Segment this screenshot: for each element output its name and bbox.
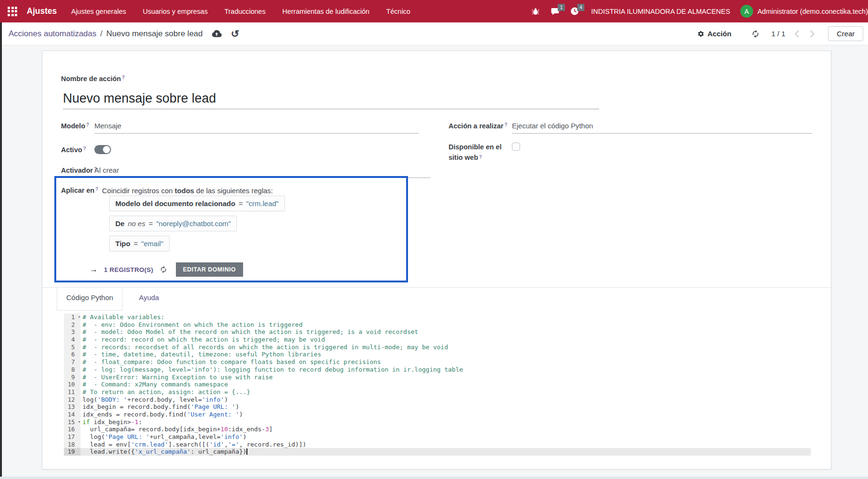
company-switcher[interactable]: INDISTRIA ILUMINADORA DE ALMACENES (591, 8, 730, 15)
code-line-11[interactable]: 11# To return an action, assign: action … (64, 388, 811, 396)
code-line-17[interactable]: 17 log('Page URL: '+url_campaña,level='i… (64, 433, 811, 441)
line-number[interactable]: 17 (64, 433, 81, 441)
line-number[interactable]: 18 (64, 441, 81, 448)
code-text[interactable]: # - float_compare: Odoo function to comp… (81, 358, 811, 366)
code-line-10[interactable]: 10# - Command: x2Many commands namespace (64, 381, 811, 388)
code-line-7[interactable]: 7# - float_compare: Odoo function to com… (64, 358, 811, 366)
code-text[interactable]: if idx_begin>-1: (81, 418, 811, 426)
code-line-3[interactable]: 3# - model: Odoo Model of the record on … (64, 328, 811, 336)
line-number[interactable]: 5 (64, 344, 81, 351)
code-line-6[interactable]: 6# - time, datetime, dateutil, timezone:… (64, 351, 811, 358)
tab-ayuda[interactable]: Ayuda (123, 288, 159, 310)
messages-icon[interactable]: 1 (550, 7, 560, 16)
apps-grid-icon[interactable] (8, 7, 17, 16)
records-refresh-icon[interactable] (160, 266, 167, 273)
line-number[interactable]: 3 (64, 328, 81, 336)
domain-rule-type[interactable]: Tipo = "email" (109, 236, 170, 251)
action-name-input[interactable]: Nuevo mensaje sobre lead (63, 91, 599, 109)
line-number[interactable]: 2 (64, 321, 81, 329)
code-text[interactable]: # - Command: x2Many commands namespace (81, 381, 811, 388)
code-text[interactable]: log('BODY: '+record.body, level='info') (81, 396, 811, 404)
records-count-link[interactable]: 1 REGISTRO(S) (104, 266, 153, 273)
debug-bug-icon[interactable] (531, 7, 540, 16)
code-text[interactable]: # - env: Odoo Environment on which the a… (81, 321, 811, 329)
code-line-9[interactable]: 9# - UserError: Warning Exception to use… (64, 374, 811, 381)
domain-rule-model[interactable]: Modelo del documento relacionado = "crm.… (109, 196, 285, 211)
pager-previous-icon[interactable] (794, 29, 800, 39)
code-line-8[interactable]: 8# - log: log(message, level='info'): lo… (64, 366, 811, 374)
code-text[interactable]: # - UserError: Warning Exception to use … (81, 374, 811, 381)
code-text[interactable]: idx_ends = record.body.find('User Agent:… (81, 411, 811, 418)
domain-rule-from[interactable]: De no es = "noreply@chatbot.com" (109, 216, 237, 231)
code-text[interactable]: # - record: record on which the action i… (81, 336, 811, 344)
line-number[interactable]: 4 (64, 336, 81, 344)
app-name-ajustes[interactable]: Ajustes (27, 6, 57, 16)
line-number[interactable]: 19 (64, 448, 81, 456)
website-available-checkbox[interactable] (512, 143, 520, 151)
code-line-19[interactable]: 19 lead.write({'x_url_campaña': url_camp… (64, 448, 811, 456)
code-line-14[interactable]: 14idx_ends = record.body.find('User Agen… (64, 411, 811, 418)
menu-item-tecnico[interactable]: Técnico (386, 8, 410, 15)
code-line-18[interactable]: 18 lead = env['crm.lead'].search([('id',… (64, 441, 811, 448)
code-line-15[interactable]: 15▾if idx_begin>-1: (64, 418, 811, 426)
code-line-12[interactable]: 12log('BODY: '+record.body, level='info'… (64, 396, 811, 404)
discard-undo-icon[interactable]: ↺ (231, 29, 239, 39)
help-mark[interactable]: ? (479, 155, 482, 160)
refresh-icon[interactable] (751, 30, 760, 38)
active-toggle[interactable] (94, 145, 111, 154)
action-menu-button[interactable]: Acción (696, 30, 731, 38)
code-text[interactable]: log('Page URL: '+url_campaña,level='info… (81, 433, 811, 441)
line-number[interactable]: 11 (64, 388, 81, 396)
code-text[interactable]: lead = env['crm.lead'].search([('id','='… (81, 441, 811, 448)
code-line-1[interactable]: 1▾# Available variables: (64, 313, 811, 321)
menu-item-ajustes-generales[interactable]: Ajustes generales (71, 8, 126, 15)
activities-clock-icon[interactable]: 4 (570, 7, 579, 16)
code-line-5[interactable]: 5# - records: recordset of all records o… (64, 344, 811, 351)
help-mark[interactable]: ? (86, 122, 89, 127)
action-to-do-select[interactable]: Ejecutar el código Python (512, 122, 812, 134)
line-number[interactable]: 7 (64, 358, 81, 366)
help-mark[interactable]: ? (504, 122, 507, 127)
code-line-13[interactable]: 13idx_begin = record.body.find('Page URL… (64, 403, 811, 411)
code-text[interactable]: # - model: Odoo Model of the record on w… (81, 328, 811, 336)
line-number[interactable]: 16 (64, 426, 81, 433)
code-line-16[interactable]: 16 url_campaña= record.body[idx_begin+10… (64, 426, 811, 433)
breadcrumb-parent[interactable]: Acciones automatizadas (9, 29, 96, 39)
menu-item-usuarios-empresas[interactable]: Usuarios y empresas (143, 8, 207, 15)
line-number[interactable]: 8 (64, 366, 81, 374)
edit-domain-button[interactable]: EDITAR DOMINIO (176, 262, 243, 277)
line-number[interactable]: 10 (64, 381, 81, 388)
line-number[interactable]: 13 (64, 403, 81, 411)
code-text[interactable]: url_campaña= record.body[idx_begin+10:id… (81, 426, 811, 433)
code-line-2[interactable]: 2# - env: Odoo Environment on which the … (64, 321, 811, 329)
line-number[interactable]: 6 (64, 351, 81, 358)
line-number[interactable]: 15▾ (64, 418, 81, 426)
trigger-select[interactable]: Al crear (94, 166, 430, 178)
code-text[interactable]: idx_begin = record.body.find('Page URL: … (81, 403, 811, 411)
code-text[interactable]: # - log: log(message, level='info'): log… (81, 366, 811, 374)
pager-next-icon[interactable] (809, 29, 816, 39)
user-menu[interactable]: Administrator (demo.conectika.tech) (757, 8, 868, 15)
menu-item-traducciones[interactable]: Traducciones (225, 8, 266, 15)
code-text[interactable]: # Available variables: (81, 313, 811, 321)
fold-arrow-icon[interactable]: ▾ (78, 418, 81, 426)
line-number[interactable]: 12 (64, 396, 81, 404)
code-text[interactable]: # - records: recordset of all records on… (81, 344, 811, 351)
create-button[interactable]: Crear (828, 26, 863, 41)
help-mark[interactable]: ? (122, 75, 125, 80)
help-mark[interactable]: ? (95, 187, 98, 192)
code-line-4[interactable]: 4# - record: record on which the action … (64, 336, 811, 344)
line-number[interactable]: 1▾ (64, 313, 81, 321)
menu-item-ludificacion[interactable]: Herramientas de ludificación (282, 8, 369, 15)
code-text[interactable]: lead.write({'x_url_campaña': url_campaña… (81, 448, 811, 456)
save-cloud-icon[interactable] (211, 29, 222, 39)
user-avatar[interactable]: A (740, 5, 753, 18)
fold-arrow-icon[interactable]: ▾ (78, 313, 81, 321)
line-number[interactable]: 9 (64, 374, 81, 381)
tab-codigo-python[interactable]: Código Python (57, 288, 123, 311)
code-editor[interactable]: 1▾# Available variables:2# - env: Odoo E… (64, 313, 811, 456)
code-text[interactable]: # - time, datetime, dateutil, timezone: … (81, 351, 811, 358)
model-input[interactable]: Mensaje (94, 122, 419, 134)
help-mark[interactable]: ? (83, 146, 86, 151)
line-number[interactable]: 14 (64, 411, 81, 418)
